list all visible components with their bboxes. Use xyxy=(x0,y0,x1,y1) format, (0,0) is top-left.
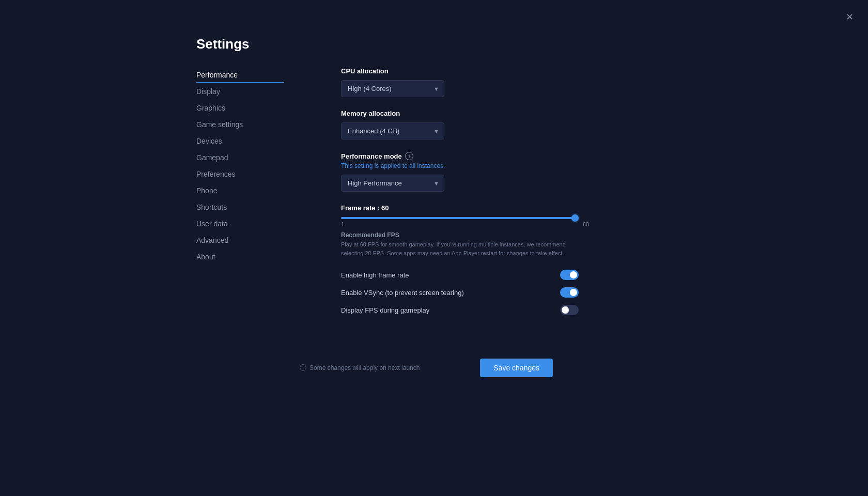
fps-note-title: Recommended FPS xyxy=(341,231,589,239)
toggle-knob-0 xyxy=(570,271,577,278)
sidebar-item-shortcuts[interactable]: Shortcuts xyxy=(196,199,284,215)
toggle-label-1: Enable VSync (to prevent screen tearing) xyxy=(341,289,464,297)
memory-allocation-section: Memory allocation Standard (1 GB)Medium … xyxy=(341,110,589,140)
toggle-knob-1 xyxy=(570,289,577,296)
sidebar-item-gamepad[interactable]: Gamepad xyxy=(196,150,284,165)
toggles-container: Enable high frame rateEnable VSync (to p… xyxy=(341,270,589,315)
toggle-switch-1[interactable] xyxy=(560,287,579,298)
toggle-switch-0[interactable] xyxy=(560,270,579,280)
main-content: CPU allocation Low (1 Core)Medium (2 Cor… xyxy=(284,67,589,322)
toggle-row-1: Enable VSync (to prevent screen tearing) xyxy=(341,287,579,298)
frame-rate-label: Frame rate : 60 xyxy=(341,204,589,212)
performance-mode-note: This setting is applied to all instances… xyxy=(341,162,589,169)
cpu-allocation-section: CPU allocation Low (1 Core)Medium (2 Cor… xyxy=(341,67,589,97)
toggle-row-0: Enable high frame rate xyxy=(341,270,579,280)
sidebar-item-about[interactable]: About xyxy=(196,249,284,265)
sidebar-item-devices[interactable]: Devices xyxy=(196,133,284,149)
cpu-allocation-select-wrapper: Low (1 Core)Medium (2 Cores)High (4 Core… xyxy=(341,80,444,97)
memory-allocation-label: Memory allocation xyxy=(341,110,589,117)
sidebar-item-advanced[interactable]: Advanced xyxy=(196,233,284,248)
performance-mode-select-wrapper: Power SavingBalancedHigh PerformanceUltr… xyxy=(341,175,444,192)
sidebar-item-preferences[interactable]: Preferences xyxy=(196,166,284,182)
settings-container: PerformanceDisplayGraphicsGame settingsD… xyxy=(196,67,589,322)
sidebar-item-performance[interactable]: Performance xyxy=(196,67,284,83)
sidebar-item-display[interactable]: Display xyxy=(196,84,284,99)
fps-note-text: Play at 60 FPS for smooth gameplay. If y… xyxy=(341,240,568,257)
frame-rate-slider-container xyxy=(341,217,579,219)
toggle-knob-2 xyxy=(562,306,569,314)
close-button[interactable]: ✕ xyxy=(844,10,856,24)
toggle-label-2: Display FPS during gameplay xyxy=(341,306,429,314)
footer: ⓘ Some changes will apply on next launch… xyxy=(300,359,553,377)
sidebar-item-game-settings[interactable]: Game settings xyxy=(196,117,284,132)
footer-note-text: Some changes will apply on next launch xyxy=(309,364,420,371)
toggle-row-2: Display FPS during gameplay xyxy=(341,305,579,315)
memory-allocation-select-wrapper: Standard (1 GB)Medium (2 GB)Enhanced (4 … xyxy=(341,122,444,140)
sidebar-item-graphics[interactable]: Graphics xyxy=(196,100,284,116)
frame-rate-section: Frame rate : 60 1 60 Recommended FPS Pla… xyxy=(341,204,589,257)
sidebar-item-phone[interactable]: Phone xyxy=(196,183,284,198)
toggle-label-0: Enable high frame rate xyxy=(341,271,409,279)
footer-note-icon: ⓘ xyxy=(300,363,306,373)
performance-mode-section: Performance mode i This setting is appli… xyxy=(341,152,589,192)
page-title: Settings xyxy=(196,36,250,52)
cpu-allocation-select[interactable]: Low (1 Core)Medium (2 Cores)High (4 Core… xyxy=(341,80,444,97)
save-button[interactable]: Save changes xyxy=(480,359,553,377)
cpu-allocation-label: CPU allocation xyxy=(341,67,589,75)
memory-allocation-select[interactable]: Standard (1 GB)Medium (2 GB)Enhanced (4 … xyxy=(341,122,444,140)
performance-mode-info-icon[interactable]: i xyxy=(405,152,413,160)
toggle-switch-2[interactable] xyxy=(560,305,579,315)
performance-mode-label-row: Performance mode i xyxy=(341,152,589,160)
footer-note: ⓘ Some changes will apply on next launch xyxy=(300,363,420,373)
sidebar-item-user-data[interactable]: User data xyxy=(196,216,284,231)
performance-mode-label-text: Performance mode xyxy=(341,152,402,160)
sidebar: PerformanceDisplayGraphicsGame settingsD… xyxy=(196,67,284,322)
performance-mode-select[interactable]: Power SavingBalancedHigh PerformanceUltr… xyxy=(341,175,444,192)
slider-max-label: 60 xyxy=(583,221,589,227)
